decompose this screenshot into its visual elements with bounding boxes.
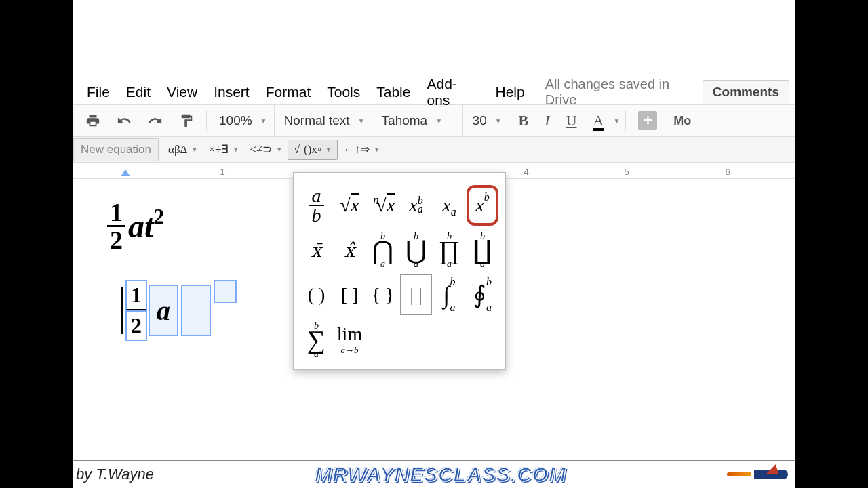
menu-edit[interactable]: Edit xyxy=(118,81,159,103)
math-union[interactable]: b⋃a xyxy=(400,230,432,270)
nroot-n: n xyxy=(374,194,379,206)
menu-help[interactable]: Help xyxy=(487,81,532,103)
numerator-field[interactable]: 1 xyxy=(125,280,147,310)
ruler-mark: 1 xyxy=(220,167,224,177)
math-fraction[interactable]: ab xyxy=(300,185,332,226)
redo-icon[interactable] xyxy=(141,109,170,132)
int-icon: ∫ xyxy=(443,281,450,309)
italic-button[interactable]: I xyxy=(538,108,556,134)
insert-button[interactable]: + xyxy=(631,107,664,134)
eq-rel-dropdown[interactable]: <≠⊃▼ xyxy=(244,140,288,159)
text-cursor xyxy=(121,287,123,334)
op-a: a xyxy=(380,260,385,268)
exponent: 2 xyxy=(153,204,164,229)
math-paren[interactable]: ( ) xyxy=(300,274,332,315)
equation-toolbar: New equation αβΔ▼ ×÷∃▼ <≠⊃▼ √‾()x▫▼ ←↑⇒▼ xyxy=(73,137,795,163)
sqrt-icon: √ xyxy=(340,195,351,216)
caret-down-icon: ▼ xyxy=(260,117,267,125)
separator xyxy=(206,110,207,131)
menu-view[interactable]: View xyxy=(159,81,205,103)
empty-base-box[interactable] xyxy=(181,285,211,336)
byline: by T.Wayne xyxy=(73,466,154,483)
var-box-a[interactable]: a xyxy=(149,285,178,336)
eq-math-label: √‾()x▫ xyxy=(294,143,321,157)
op-a: a xyxy=(414,260,418,268)
math-bracket[interactable]: [ ] xyxy=(334,274,366,315)
menu-file[interactable]: File xyxy=(79,81,118,103)
toolbar: 100% ▼ Normal text ▼ Tahoma ▼ 30 ▼ B I U… xyxy=(73,104,795,137)
undo-icon[interactable] xyxy=(110,109,138,132)
sum-a: a xyxy=(314,350,319,357)
bold-button[interactable]: B xyxy=(512,108,536,134)
math-sqrt[interactable]: √x xyxy=(334,185,366,226)
document-body[interactable]: 1 2 a t 2 1 2 a ab √x xyxy=(73,179,795,464)
sup-b: b xyxy=(484,191,490,203)
fontsize-dropdown[interactable]: 30 ▼ xyxy=(466,105,509,136)
new-equation-button[interactable]: New equation xyxy=(73,138,159,161)
math-product[interactable]: b∏a xyxy=(433,230,465,270)
denominator-field[interactable]: 2 xyxy=(125,310,147,341)
menu-insert[interactable]: Insert xyxy=(205,81,258,103)
frac-b: b xyxy=(312,206,321,225)
eq-arrows-dropdown[interactable]: ←↑⇒▼ xyxy=(338,140,385,159)
caret-down-icon: ▼ xyxy=(435,117,442,125)
caret-down-icon: ▼ xyxy=(233,146,239,153)
menu-table[interactable]: Table xyxy=(368,81,418,103)
math-integral[interactable]: ∫ba xyxy=(433,274,465,315)
math-intersection[interactable]: b⋂a xyxy=(367,230,399,270)
caret-down-icon[interactable]: ▼ xyxy=(613,117,620,125)
math-brace[interactable]: { } xyxy=(367,274,399,315)
font-value: Tahoma xyxy=(382,113,428,128)
math-limit[interactable]: lima→b xyxy=(334,319,366,360)
more-button[interactable]: Mo xyxy=(667,110,698,132)
oint-a: a xyxy=(486,295,492,321)
panel-spacer xyxy=(367,319,399,360)
math-sum[interactable]: b∑a xyxy=(300,319,332,360)
subsup-x: x xyxy=(409,195,417,216)
math-contour-integral[interactable]: ∮ba xyxy=(467,274,498,315)
eq-arrows-label: ←↑⇒ xyxy=(343,142,370,157)
caret-down-icon: ▼ xyxy=(191,146,197,153)
fontsize-value: 30 xyxy=(473,113,487,128)
int-b: b xyxy=(450,269,455,295)
empty-exponent-box[interactable] xyxy=(214,280,237,303)
indent-marker-icon[interactable] xyxy=(121,169,130,176)
footer: by T.Wayne MRWAYNESCLASS.COM xyxy=(73,460,795,488)
numerator: 1 xyxy=(107,199,125,227)
math-bar[interactable]: x̄ xyxy=(300,230,332,270)
panel-spacer xyxy=(467,319,498,360)
eq-math-dropdown[interactable]: √‾()x▫▼ xyxy=(288,140,338,160)
math-superscript[interactable]: xb xyxy=(467,185,498,226)
lim-sub: a→b xyxy=(341,345,359,356)
eq-ops-dropdown[interactable]: ×÷∃▼ xyxy=(203,140,244,159)
fraction-edit[interactable]: 1 2 xyxy=(125,280,147,341)
eq-greek-dropdown[interactable]: αβΔ▼ xyxy=(163,140,203,159)
zoom-dropdown[interactable]: 100% ▼ xyxy=(212,105,275,136)
paint-format-icon[interactable] xyxy=(172,109,201,132)
style-dropdown[interactable]: Normal text ▼ xyxy=(277,105,372,136)
comments-button[interactable]: Comments xyxy=(703,80,789,104)
underline-button[interactable]: U xyxy=(559,108,584,134)
prod-icon: ∏ xyxy=(439,240,460,260)
denominator: 2 xyxy=(107,227,125,253)
menu-bar: File Edit View Insert Format Tools Table… xyxy=(73,80,795,104)
panel-spacer xyxy=(433,319,465,360)
print-icon[interactable] xyxy=(79,109,107,132)
oint-b: b xyxy=(486,269,492,295)
math-abs[interactable]: | | xyxy=(400,274,432,315)
menu-tools[interactable]: Tools xyxy=(319,81,368,103)
panel-spacer xyxy=(400,319,432,360)
sub-a: a xyxy=(451,206,456,218)
math-coproduct[interactable]: b∐a xyxy=(467,230,498,270)
font-dropdown[interactable]: Tahoma ▼ xyxy=(375,105,463,136)
math-nroot[interactable]: n√x xyxy=(367,185,399,226)
separator xyxy=(625,110,626,131)
text-color-button[interactable]: A xyxy=(587,108,611,134)
title-area xyxy=(73,0,795,80)
caret-down-icon: ▼ xyxy=(495,117,502,125)
op-a: a xyxy=(447,260,452,268)
math-subscript[interactable]: xa xyxy=(433,185,465,226)
menu-format[interactable]: Format xyxy=(258,81,319,103)
math-hat[interactable]: x̂ xyxy=(334,230,366,270)
math-subsup[interactable]: xba xyxy=(400,185,432,226)
